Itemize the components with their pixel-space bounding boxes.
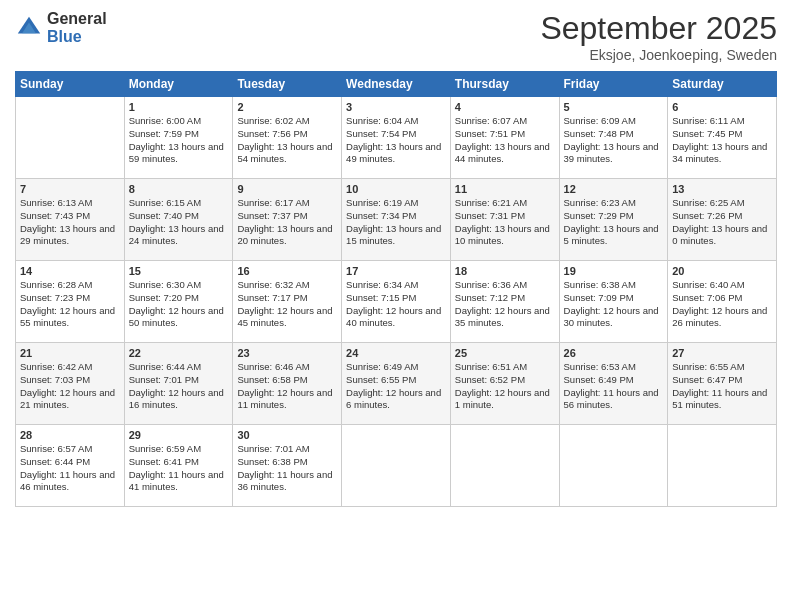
- cell-content: Sunrise: 6:02 AM Sunset: 7:56 PM Dayligh…: [237, 115, 337, 166]
- sunrise: Sunrise: 6:49 AM: [346, 361, 418, 372]
- cell-content: Sunrise: 6:53 AM Sunset: 6:49 PM Dayligh…: [564, 361, 664, 412]
- logo-general: General: [47, 10, 107, 28]
- daylight: Daylight: 12 hours and 26 minutes.: [672, 305, 767, 329]
- sunrise: Sunrise: 6:42 AM: [20, 361, 92, 372]
- sunset: Sunset: 6:41 PM: [129, 456, 199, 467]
- daylight: Daylight: 12 hours and 30 minutes.: [564, 305, 659, 329]
- day-number: 5: [564, 101, 664, 113]
- calendar-cell: 14 Sunrise: 6:28 AM Sunset: 7:23 PM Dayl…: [16, 261, 125, 343]
- cell-content: Sunrise: 6:59 AM Sunset: 6:41 PM Dayligh…: [129, 443, 229, 494]
- location: Eksjoe, Joenkoeping, Sweden: [540, 47, 777, 63]
- calendar-table: SundayMondayTuesdayWednesdayThursdayFrid…: [15, 71, 777, 507]
- sunrise: Sunrise: 6:28 AM: [20, 279, 92, 290]
- day-number: 19: [564, 265, 664, 277]
- calendar-cell: 21 Sunrise: 6:42 AM Sunset: 7:03 PM Dayl…: [16, 343, 125, 425]
- day-number: 17: [346, 265, 446, 277]
- header-cell-thursday: Thursday: [450, 72, 559, 97]
- day-number: 7: [20, 183, 120, 195]
- daylight: Daylight: 12 hours and 16 minutes.: [129, 387, 224, 411]
- day-number: 27: [672, 347, 772, 359]
- daylight: Daylight: 12 hours and 50 minutes.: [129, 305, 224, 329]
- daylight: Daylight: 13 hours and 44 minutes.: [455, 141, 550, 165]
- daylight: Daylight: 11 hours and 46 minutes.: [20, 469, 115, 493]
- sunset: Sunset: 7:23 PM: [20, 292, 90, 303]
- daylight: Daylight: 13 hours and 5 minutes.: [564, 223, 659, 247]
- calendar-cell: 27 Sunrise: 6:55 AM Sunset: 6:47 PM Dayl…: [668, 343, 777, 425]
- sunrise: Sunrise: 6:19 AM: [346, 197, 418, 208]
- day-number: 11: [455, 183, 555, 195]
- title-area: September 2025 Eksjoe, Joenkoeping, Swed…: [540, 10, 777, 63]
- sunset: Sunset: 7:34 PM: [346, 210, 416, 221]
- day-number: 24: [346, 347, 446, 359]
- week-row-5: 28 Sunrise: 6:57 AM Sunset: 6:44 PM Dayl…: [16, 425, 777, 507]
- cell-content: Sunrise: 6:15 AM Sunset: 7:40 PM Dayligh…: [129, 197, 229, 248]
- week-row-1: 1 Sunrise: 6:00 AM Sunset: 7:59 PM Dayli…: [16, 97, 777, 179]
- cell-content: Sunrise: 6:30 AM Sunset: 7:20 PM Dayligh…: [129, 279, 229, 330]
- calendar-cell: 24 Sunrise: 6:49 AM Sunset: 6:55 PM Dayl…: [342, 343, 451, 425]
- week-row-2: 7 Sunrise: 6:13 AM Sunset: 7:43 PM Dayli…: [16, 179, 777, 261]
- sunset: Sunset: 6:55 PM: [346, 374, 416, 385]
- calendar-cell: 25 Sunrise: 6:51 AM Sunset: 6:52 PM Dayl…: [450, 343, 559, 425]
- calendar-cell: 22 Sunrise: 6:44 AM Sunset: 7:01 PM Dayl…: [124, 343, 233, 425]
- daylight: Daylight: 11 hours and 41 minutes.: [129, 469, 224, 493]
- cell-content: Sunrise: 6:09 AM Sunset: 7:48 PM Dayligh…: [564, 115, 664, 166]
- cell-content: Sunrise: 6:11 AM Sunset: 7:45 PM Dayligh…: [672, 115, 772, 166]
- cell-content: Sunrise: 6:04 AM Sunset: 7:54 PM Dayligh…: [346, 115, 446, 166]
- cell-content: Sunrise: 6:42 AM Sunset: 7:03 PM Dayligh…: [20, 361, 120, 412]
- daylight: Daylight: 12 hours and 6 minutes.: [346, 387, 441, 411]
- sunset: Sunset: 6:47 PM: [672, 374, 742, 385]
- daylight: Daylight: 12 hours and 11 minutes.: [237, 387, 332, 411]
- sunrise: Sunrise: 6:46 AM: [237, 361, 309, 372]
- day-number: 3: [346, 101, 446, 113]
- calendar-cell: 2 Sunrise: 6:02 AM Sunset: 7:56 PM Dayli…: [233, 97, 342, 179]
- day-number: 16: [237, 265, 337, 277]
- daylight: Daylight: 13 hours and 54 minutes.: [237, 141, 332, 165]
- calendar-cell: 10 Sunrise: 6:19 AM Sunset: 7:34 PM Dayl…: [342, 179, 451, 261]
- page-header: General Blue September 2025 Eksjoe, Joen…: [15, 10, 777, 63]
- cell-content: Sunrise: 6:13 AM Sunset: 7:43 PM Dayligh…: [20, 197, 120, 248]
- calendar-cell: 13 Sunrise: 6:25 AM Sunset: 7:26 PM Dayl…: [668, 179, 777, 261]
- daylight: Daylight: 11 hours and 51 minutes.: [672, 387, 767, 411]
- sunrise: Sunrise: 6:04 AM: [346, 115, 418, 126]
- sunrise: Sunrise: 6:57 AM: [20, 443, 92, 454]
- sunrise: Sunrise: 6:02 AM: [237, 115, 309, 126]
- daylight: Daylight: 13 hours and 34 minutes.: [672, 141, 767, 165]
- sunrise: Sunrise: 6:55 AM: [672, 361, 744, 372]
- day-number: 4: [455, 101, 555, 113]
- day-number: 13: [672, 183, 772, 195]
- logo-blue: Blue: [47, 28, 107, 46]
- sunset: Sunset: 7:48 PM: [564, 128, 634, 139]
- sunrise: Sunrise: 6:09 AM: [564, 115, 636, 126]
- day-number: 29: [129, 429, 229, 441]
- sunset: Sunset: 7:45 PM: [672, 128, 742, 139]
- sunrise: Sunrise: 6:53 AM: [564, 361, 636, 372]
- daylight: Daylight: 12 hours and 40 minutes.: [346, 305, 441, 329]
- calendar-cell: [342, 425, 451, 507]
- sunrise: Sunrise: 6:07 AM: [455, 115, 527, 126]
- calendar-cell: 16 Sunrise: 6:32 AM Sunset: 7:17 PM Dayl…: [233, 261, 342, 343]
- day-number: 10: [346, 183, 446, 195]
- calendar-cell: 4 Sunrise: 6:07 AM Sunset: 7:51 PM Dayli…: [450, 97, 559, 179]
- sunset: Sunset: 7:20 PM: [129, 292, 199, 303]
- calendar-cell: [16, 97, 125, 179]
- daylight: Daylight: 12 hours and 1 minute.: [455, 387, 550, 411]
- sunset: Sunset: 6:49 PM: [564, 374, 634, 385]
- day-number: 12: [564, 183, 664, 195]
- daylight: Daylight: 13 hours and 29 minutes.: [20, 223, 115, 247]
- daylight: Daylight: 12 hours and 35 minutes.: [455, 305, 550, 329]
- sunrise: Sunrise: 6:34 AM: [346, 279, 418, 290]
- calendar-page: General Blue September 2025 Eksjoe, Joen…: [0, 0, 792, 612]
- logo-icon: [15, 14, 43, 42]
- header-cell-tuesday: Tuesday: [233, 72, 342, 97]
- calendar-cell: 1 Sunrise: 6:00 AM Sunset: 7:59 PM Dayli…: [124, 97, 233, 179]
- sunrise: Sunrise: 6:11 AM: [672, 115, 744, 126]
- sunrise: Sunrise: 6:32 AM: [237, 279, 309, 290]
- day-number: 6: [672, 101, 772, 113]
- week-row-4: 21 Sunrise: 6:42 AM Sunset: 7:03 PM Dayl…: [16, 343, 777, 425]
- calendar-cell: 17 Sunrise: 6:34 AM Sunset: 7:15 PM Dayl…: [342, 261, 451, 343]
- sunset: Sunset: 7:01 PM: [129, 374, 199, 385]
- daylight: Daylight: 13 hours and 24 minutes.: [129, 223, 224, 247]
- sunset: Sunset: 6:52 PM: [455, 374, 525, 385]
- cell-content: Sunrise: 6:00 AM Sunset: 7:59 PM Dayligh…: [129, 115, 229, 166]
- logo-text: General Blue: [47, 10, 107, 45]
